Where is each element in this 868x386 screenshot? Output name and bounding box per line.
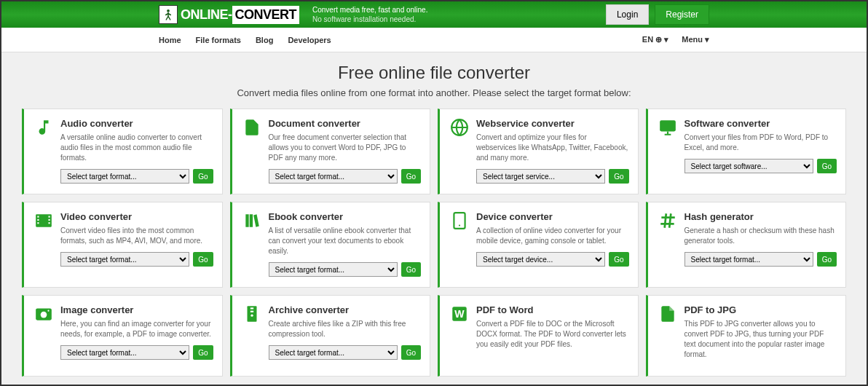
go-button[interactable]: Go <box>817 252 837 267</box>
converter-grid: Audio converterA versatile online audio … <box>22 109 846 377</box>
nav-home[interactable]: Home <box>159 36 181 44</box>
card-description: Convert and optimize your files for webs… <box>476 133 629 163</box>
converter-card[interactable]: Document converterOur free document conv… <box>230 109 431 194</box>
converter-card[interactable]: WPDF to WordConvert a PDF file to DOC or… <box>438 295 639 377</box>
converter-card[interactable]: Device converterA collection of online v… <box>438 202 639 288</box>
go-button[interactable]: Go <box>401 262 421 277</box>
svg-rect-16 <box>250 307 253 309</box>
go-button[interactable]: Go <box>193 169 213 184</box>
language-selector[interactable]: EN ⊕ ▾ <box>642 35 668 44</box>
card-title: Webservice converter <box>476 118 629 129</box>
svg-rect-10 <box>454 213 465 229</box>
card-description: Create archive files like a ZIP with thi… <box>269 319 422 339</box>
go-button[interactable]: Go <box>609 169 628 184</box>
tagline-main: Convert media free, fast and online. <box>312 5 427 15</box>
main-content: Free online file converter Convert media… <box>1 52 867 385</box>
card-title: Video converter <box>60 211 213 222</box>
svg-rect-2 <box>660 120 676 131</box>
target-select[interactable]: Select target device... <box>476 252 605 267</box>
film-icon <box>34 211 53 267</box>
tagline-sub: No software installation needed. <box>312 15 427 24</box>
svg-point-11 <box>459 224 460 226</box>
globe-icon <box>450 118 469 184</box>
card-description: A collection of online video converter f… <box>476 226 629 246</box>
svg-rect-6 <box>37 222 39 224</box>
nav-blog[interactable]: Blog <box>256 36 273 44</box>
card-description: Convert video files into the most common… <box>60 226 213 246</box>
register-button[interactable]: Register <box>655 4 709 25</box>
target-select[interactable]: Select target service... <box>476 169 605 184</box>
card-title: Device converter <box>476 211 629 222</box>
go-button[interactable]: Go <box>401 345 421 360</box>
menu-dropdown[interactable]: Menu ▾ <box>682 35 709 44</box>
page-subtitle: Convert media files online from one form… <box>22 87 846 98</box>
target-select[interactable]: Select target format... <box>269 169 398 184</box>
login-button[interactable]: Login <box>606 4 649 25</box>
target-select[interactable]: Select target format... <box>60 345 189 360</box>
zip-icon <box>242 304 261 360</box>
go-button[interactable]: Go <box>401 169 421 184</box>
converter-card[interactable]: Ebook converterA list of versatile onlin… <box>230 202 431 288</box>
top-header: ONLINE- CONVERT Convert media free, fast… <box>1 1 867 28</box>
books-icon <box>242 211 261 277</box>
doc-icon <box>242 118 261 184</box>
target-select[interactable]: Select target format... <box>60 252 189 267</box>
header-tagline: Convert media free, fast and online. No … <box>312 5 427 24</box>
converter-card[interactable]: Audio converterA versatile online audio … <box>22 109 223 194</box>
logo[interactable]: ONLINE- CONVERT <box>159 5 299 24</box>
target-select[interactable]: Select target format... <box>269 262 398 277</box>
logo-text-convert: CONVERT <box>232 6 300 24</box>
go-button[interactable]: Go <box>193 345 213 360</box>
converter-card[interactable]: Image converterHere, you can find an ima… <box>22 295 223 377</box>
card-description: Convert a PDF file to DOC or the Microso… <box>476 319 629 350</box>
svg-point-0 <box>167 9 170 12</box>
svg-rect-7 <box>49 216 50 218</box>
word-icon: W <box>450 304 469 355</box>
card-description: Convert your files from PDF to Word, PDF… <box>684 133 837 153</box>
converter-card[interactable]: Software converterConvert your files fro… <box>646 109 847 194</box>
hash-icon <box>658 211 677 267</box>
target-select[interactable]: Select target software... <box>684 159 813 173</box>
converter-card[interactable]: Hash generatorGenerate a hash or checksu… <box>646 202 847 288</box>
go-button[interactable]: Go <box>817 159 837 173</box>
card-description: Our free document converter selection th… <box>269 133 422 163</box>
svg-rect-9 <box>49 222 50 224</box>
card-title: PDF to JPG <box>684 304 837 315</box>
converter-card[interactable]: Webservice converterConvert and optimize… <box>438 109 639 194</box>
main-nav: Home File formats Blog Developers EN ⊕ ▾… <box>1 28 867 52</box>
card-title: Hash generator <box>684 211 837 222</box>
card-title: Image converter <box>60 304 213 315</box>
go-button[interactable]: Go <box>609 252 628 267</box>
svg-text:W: W <box>454 308 465 320</box>
card-description: A versatile online audio converter to co… <box>60 133 213 163</box>
target-select[interactable]: Select target format... <box>60 169 189 184</box>
page-title: Free online file converter <box>22 63 846 83</box>
svg-rect-8 <box>49 219 50 221</box>
logo-icon <box>159 5 178 24</box>
jpg-icon <box>658 304 677 366</box>
card-description: A list of versatile online ebook convert… <box>269 226 422 256</box>
target-select[interactable]: Select target format... <box>269 345 398 360</box>
converter-card[interactable]: PDF to JPGThis PDF to JPG converter allo… <box>646 295 847 377</box>
card-title: Audio converter <box>60 118 213 129</box>
card-title: PDF to Word <box>476 304 629 315</box>
card-title: Ebook converter <box>269 211 422 222</box>
music-icon <box>34 118 53 184</box>
svg-rect-5 <box>37 219 39 221</box>
nav-file-formats[interactable]: File formats <box>196 36 241 44</box>
logo-text-online: ONLINE- <box>181 7 232 23</box>
target-select[interactable]: Select target format... <box>684 252 813 267</box>
nav-developers[interactable]: Developers <box>288 36 331 44</box>
converter-card[interactable]: Video converterConvert video files into … <box>22 202 223 288</box>
tablet-icon <box>450 211 469 267</box>
svg-point-18 <box>250 315 253 317</box>
card-title: Document converter <box>269 118 422 129</box>
monitor-icon <box>658 118 677 173</box>
camera-icon <box>34 304 53 360</box>
go-button[interactable]: Go <box>193 252 213 267</box>
converter-card[interactable]: Archive converterCreate archive files li… <box>230 295 431 377</box>
card-description: Generate a hash or checksum with these h… <box>684 226 837 246</box>
card-title: Software converter <box>684 118 837 129</box>
svg-point-13 <box>41 312 47 318</box>
card-description: Here, you can find an image converter fo… <box>60 319 213 339</box>
